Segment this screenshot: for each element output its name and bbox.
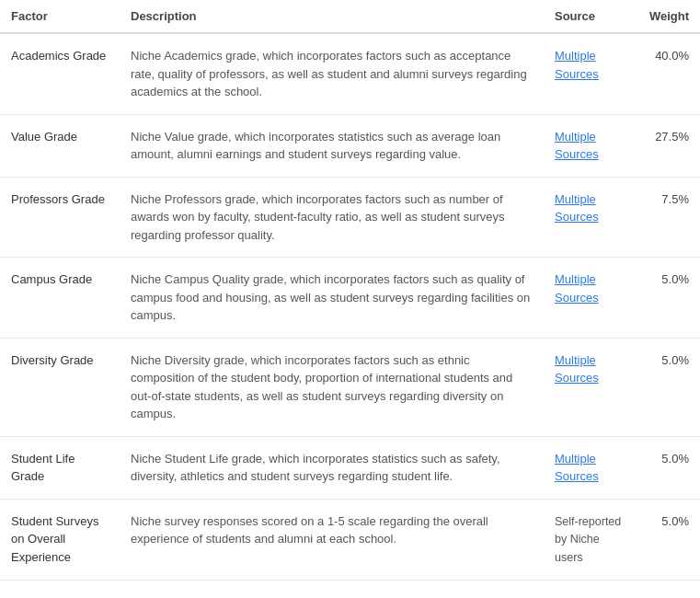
- header-description: Description: [120, 0, 544, 33]
- factor-cell: Student Surveys on Overall Experience: [0, 499, 120, 580]
- source-cell: Multiple Sources: [544, 114, 636, 177]
- factor-cell: Campus Grade: [0, 258, 120, 339]
- description-cell: Niche survey responses scored on a 1-5 s…: [120, 499, 544, 580]
- weight-cell: 40.0%: [636, 33, 700, 114]
- description-cell: Niche Student Life grade, which incorpor…: [120, 436, 544, 499]
- factor-cell: Student Life Grade: [0, 436, 120, 499]
- description-cell: Niche Value grade, which incorporates st…: [120, 114, 544, 177]
- factor-cell: Professors Grade: [0, 177, 120, 258]
- table-row: Value GradeNiche Value grade, which inco…: [0, 114, 700, 177]
- weight-cell: 5.0%: [636, 436, 700, 499]
- factor-cell: Local Area Grade: [0, 580, 120, 598]
- table-row: Campus GradeNiche Campus Quality grade, …: [0, 258, 700, 339]
- description-cell: Niche Local Area grade, which incorporat…: [120, 580, 544, 598]
- description-cell: Niche Diversity grade, which incorporate…: [120, 338, 544, 436]
- source-cell: Multiple Sources: [544, 338, 636, 436]
- header-weight: Weight: [636, 0, 700, 33]
- source-cell: Multiple Sources: [544, 580, 636, 598]
- description-cell: Niche Campus Quality grade, which incorp…: [120, 258, 544, 339]
- table-row: Student Life GradeNiche Student Life gra…: [0, 436, 700, 499]
- weight-cell: 5.0%: [636, 338, 700, 436]
- source-cell: Multiple Sources: [544, 258, 636, 339]
- source-link[interactable]: Multiple Sources: [555, 49, 599, 81]
- weight-cell: 5.0%: [636, 258, 700, 339]
- source-link[interactable]: Multiple Sources: [555, 272, 599, 305]
- factor-cell: Academics Grade: [0, 33, 120, 114]
- table-row: Local Area GradeNiche Local Area grade, …: [0, 580, 700, 598]
- header-source: Source: [544, 0, 636, 33]
- source-cell: Multiple Sources: [544, 177, 636, 258]
- table-row: Student Surveys on Overall ExperienceNic…: [0, 499, 700, 580]
- factor-cell: Value Grade: [0, 114, 120, 177]
- source-link[interactable]: Multiple Sources: [555, 192, 599, 224]
- table-row: Professors GradeNiche Professors grade, …: [0, 177, 700, 258]
- weight-cell: 2.5%: [636, 580, 700, 598]
- description-cell: Niche Academics grade, which incorporate…: [120, 33, 544, 114]
- weight-cell: 27.5%: [636, 114, 700, 177]
- source-link[interactable]: Multiple Sources: [555, 452, 599, 484]
- header-factor: Factor: [0, 0, 120, 33]
- source-cell: Self-reported by Niche users: [544, 499, 636, 580]
- source-text: Self-reported by Niche users: [555, 515, 621, 565]
- description-cell: Niche Professors grade, which incorporat…: [120, 177, 544, 258]
- source-link[interactable]: Multiple Sources: [555, 353, 599, 385]
- table-row: Diversity GradeNiche Diversity grade, wh…: [0, 338, 700, 436]
- rankings-table: Factor Description Source Weight Academi…: [0, 0, 700, 598]
- factor-cell: Diversity Grade: [0, 338, 120, 436]
- source-cell: Multiple Sources: [544, 33, 636, 114]
- weight-cell: 7.5%: [636, 177, 700, 258]
- weight-cell: 5.0%: [636, 499, 700, 580]
- table-row: Academics GradeNiche Academics grade, wh…: [0, 33, 700, 114]
- source-link[interactable]: Multiple Sources: [555, 130, 599, 162]
- source-cell: Multiple Sources: [544, 436, 636, 499]
